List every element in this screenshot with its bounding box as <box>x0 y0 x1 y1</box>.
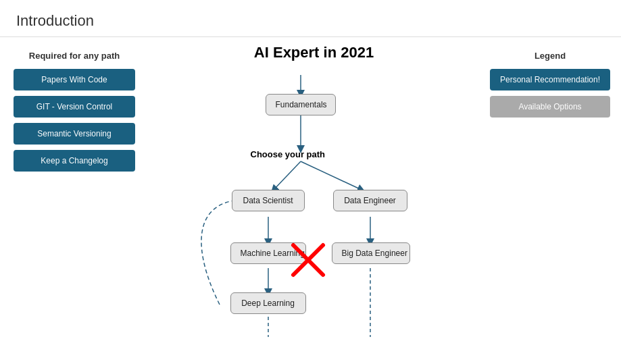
fundamentals-box: Fundamentals <box>266 94 336 115</box>
data-scientist-box: Data Scientist <box>232 190 305 211</box>
deep-learning-box: Deep Learning <box>230 292 306 314</box>
right-panel: Legend Personal Recommendation! Availabl… <box>479 37 621 361</box>
legend-available: Available Options <box>490 96 610 118</box>
page-title: Introduction <box>0 0 621 37</box>
papers-with-code-button[interactable]: Papers With Code <box>14 69 135 90</box>
semantic-versioning-button[interactable]: Semantic Versioning <box>14 123 135 145</box>
git-version-control-button[interactable]: GIT - Version Control <box>14 96 135 118</box>
main-title: AI Expert in 2021 <box>254 44 374 61</box>
big-data-engineer-box: Big Data Engineer <box>332 242 410 264</box>
svg-line-3 <box>301 161 362 190</box>
content-area: Required for any path Papers With Code G… <box>0 37 621 361</box>
keep-changelog-button[interactable]: Keep a Changelog <box>14 150 135 172</box>
left-panel: Required for any path Papers With Code G… <box>0 37 149 361</box>
diagram: Fundamentals Choose your path Data Scien… <box>166 75 463 338</box>
required-heading: Required for any path <box>14 51 135 61</box>
legend-personal: Personal Recommendation! <box>490 69 610 90</box>
svg-line-10 <box>293 245 323 275</box>
svg-line-9 <box>293 245 323 275</box>
choose-path-label: Choose your path <box>251 149 326 159</box>
center-panel: AI Expert in 2021 <box>149 37 479 361</box>
svg-line-2 <box>274 161 301 190</box>
data-engineer-box: Data Engineer <box>333 190 407 211</box>
legend-title: Legend <box>490 51 610 61</box>
x-mark <box>291 242 326 278</box>
